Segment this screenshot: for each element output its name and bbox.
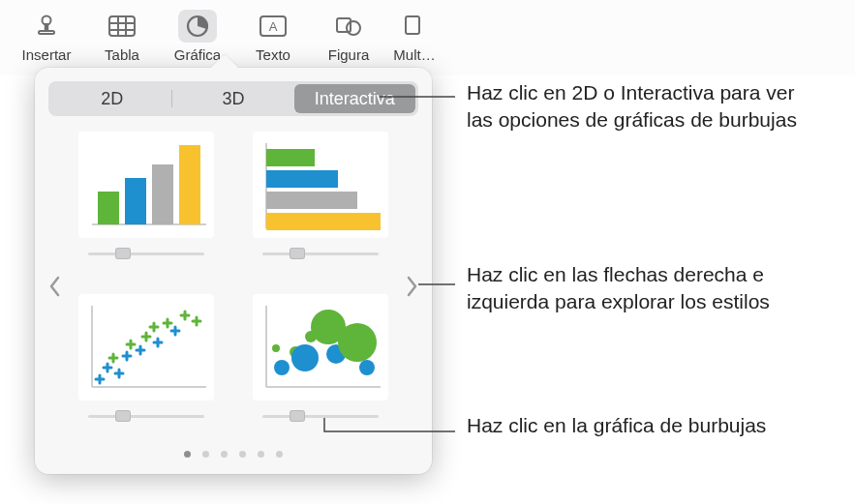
- next-style-arrow[interactable]: [401, 267, 422, 306]
- callout-arrows: Haz clic en las flechas derecha e izquie…: [467, 261, 825, 316]
- callout-tabs: Haz clic en 2D o Interactiva para ver la…: [467, 79, 825, 134]
- callout-bubble: Haz clic en la gráfica de burbujas: [467, 412, 825, 439]
- prev-style-arrow[interactable]: [45, 267, 66, 306]
